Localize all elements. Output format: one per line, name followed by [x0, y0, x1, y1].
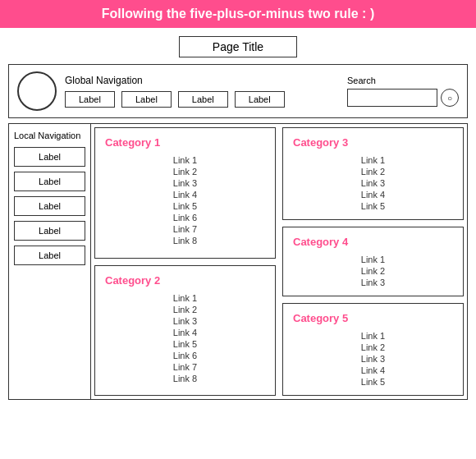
- nav-btn-1[interactable]: Label: [65, 91, 115, 108]
- category-2-box: Category 2 Link 1 Link 2 Link 3 Link 4 L…: [94, 265, 276, 397]
- list-item[interactable]: Link 5: [361, 377, 385, 387]
- category-4-links: Link 1 Link 2 Link 3: [293, 255, 453, 287]
- category-2-title: Category 2: [105, 274, 265, 287]
- list-item[interactable]: Link 2: [173, 167, 197, 177]
- logo-circle: [17, 71, 57, 111]
- global-nav-label: Global Navigation: [65, 75, 339, 86]
- category-3-title: Category 3: [293, 136, 453, 149]
- global-nav: Global Navigation Label Label Label Labe…: [8, 64, 468, 118]
- list-item[interactable]: Link 3: [173, 178, 197, 188]
- nav-center: Global Navigation Label Label Label Labe…: [65, 75, 339, 108]
- page-title: Page Title: [179, 36, 297, 57]
- list-item[interactable]: Link 5: [361, 201, 385, 211]
- category-5-links: Link 1 Link 2 Link 3 Link 4 Link 5: [293, 331, 453, 387]
- list-item[interactable]: Link 4: [173, 190, 197, 200]
- page-title-bar: Page Title: [0, 28, 476, 64]
- search-label: Search: [347, 76, 376, 85]
- category-5-title: Category 5: [293, 312, 453, 324]
- list-item[interactable]: Link 3: [361, 278, 385, 287]
- category-3-links: Link 1 Link 2 Link 3 Link 4 Link 5: [293, 155, 453, 211]
- list-item[interactable]: Link 7: [173, 362, 197, 372]
- list-item[interactable]: Link 4: [361, 190, 385, 200]
- local-nav-btn-1[interactable]: Label: [14, 147, 85, 167]
- category-4-box: Category 4 Link 1 Link 2 Link 3: [282, 227, 464, 296]
- list-item[interactable]: Link 8: [173, 374, 197, 383]
- category-1-links: Link 1 Link 2 Link 3 Link 4 Link 5 Link …: [105, 155, 265, 246]
- list-item[interactable]: Link 8: [173, 236, 197, 246]
- list-item[interactable]: Link 5: [173, 339, 197, 349]
- list-item[interactable]: Link 7: [173, 224, 197, 234]
- local-nav-btn-2[interactable]: Label: [14, 172, 85, 191]
- list-item[interactable]: Link 3: [361, 178, 385, 188]
- local-nav-title: Local Navigation: [14, 131, 85, 140]
- nav-buttons: Label Label Label Label: [65, 91, 339, 108]
- list-item[interactable]: Link 4: [361, 365, 385, 375]
- local-nav-btn-5[interactable]: Label: [14, 246, 85, 265]
- category-1-box: Category 1 Link 1 Link 2 Link 3 Link 4 L…: [94, 127, 276, 259]
- list-item[interactable]: Link 1: [361, 331, 385, 341]
- list-item[interactable]: Link 2: [361, 266, 385, 276]
- list-item[interactable]: Link 3: [173, 316, 197, 326]
- list-item[interactable]: Link 2: [361, 167, 385, 177]
- category-5-box: Category 5 Link 1 Link 2 Link 3 Link 4 L…: [282, 303, 464, 396]
- list-item[interactable]: Link 6: [173, 213, 197, 223]
- category-3-box: Category 3 Link 1 Link 2 Link 3 Link 4 L…: [282, 127, 464, 220]
- search-area: Search ○: [347, 76, 459, 107]
- list-item[interactable]: Link 4: [173, 328, 197, 337]
- list-item[interactable]: Link 6: [173, 351, 197, 360]
- category-2-links: Link 1 Link 2 Link 3 Link 4 Link 5 Link …: [105, 293, 265, 383]
- list-item[interactable]: Link 1: [361, 155, 385, 165]
- local-nav-btn-4[interactable]: Label: [14, 221, 85, 241]
- category-4-title: Category 4: [293, 236, 453, 248]
- local-nav: Local Navigation Label Label Label Label…: [9, 124, 91, 399]
- nav-btn-2[interactable]: Label: [121, 91, 172, 108]
- local-nav-btn-3[interactable]: Label: [14, 196, 85, 216]
- list-item[interactable]: Link 3: [361, 354, 385, 364]
- top-banner: Following the five-plus-or-minus two rul…: [0, 0, 476, 28]
- list-item[interactable]: Link 1: [173, 155, 197, 165]
- right-column: Category 3 Link 1 Link 2 Link 3 Link 4 L…: [279, 124, 467, 399]
- search-button[interactable]: ○: [441, 89, 459, 107]
- main-area: Local Navigation Label Label Label Label…: [8, 123, 468, 400]
- nav-btn-4[interactable]: Label: [235, 91, 285, 108]
- category-1-title: Category 1: [105, 136, 265, 149]
- list-item[interactable]: Link 1: [361, 255, 385, 264]
- nav-btn-3[interactable]: Label: [178, 91, 228, 108]
- list-item[interactable]: Link 2: [173, 305, 197, 314]
- content-area: Category 1 Link 1 Link 2 Link 3 Link 4 L…: [91, 124, 467, 399]
- search-input[interactable]: [347, 89, 437, 107]
- list-item[interactable]: Link 5: [173, 201, 197, 211]
- search-row: ○: [347, 89, 459, 107]
- list-item[interactable]: Link 2: [361, 342, 385, 352]
- list-item[interactable]: Link 1: [173, 293, 197, 303]
